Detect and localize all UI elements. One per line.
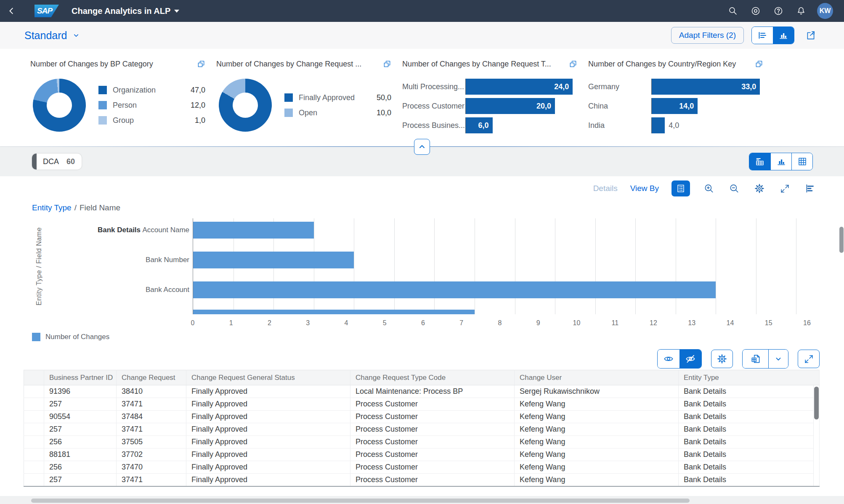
x-tick-label: 11	[611, 319, 618, 327]
row-selector-cell[interactable]	[24, 411, 44, 423]
chart-view-icon[interactable]	[770, 153, 791, 170]
bar-chart-view-icon[interactable]	[773, 27, 794, 44]
table-row[interactable]: 25737471Finally ApprovedProcess Customer…	[24, 398, 820, 411]
view-by-button[interactable]: View By	[630, 184, 659, 193]
copy-icon[interactable]	[755, 60, 763, 68]
x-tick-label: 14	[727, 319, 734, 327]
donut-chart[interactable]	[219, 79, 272, 132]
legend-item[interactable]: Group 1,0	[98, 116, 205, 125]
chart-scrollbar-thumb[interactable]	[839, 227, 844, 253]
dca-filter-chip[interactable]: DCA 60	[32, 154, 82, 170]
sap-logo[interactable]: SAP	[35, 5, 59, 17]
kpi-card-country[interactable]: Number of Changes by Country/Region Key …	[588, 60, 774, 142]
bar[interactable]	[652, 117, 665, 133]
chart-bar[interactable]	[193, 252, 354, 268]
copy-icon[interactable]	[569, 60, 577, 68]
zoom-in-icon[interactable]	[703, 182, 715, 195]
notifications-icon[interactable]	[792, 2, 810, 20]
kpi-card-cr-status[interactable]: Number of Changes by Change Request ... …	[216, 60, 402, 142]
adapt-filters-button[interactable]: Adapt Filters (2)	[671, 27, 744, 44]
copilot-icon[interactable]	[746, 2, 765, 20]
filter-list-view-icon[interactable]	[752, 27, 773, 44]
table-cell: Sergej Rukawischnikow	[515, 385, 679, 398]
column-header[interactable]: Change Request	[117, 370, 186, 385]
hide-details-icon[interactable]	[679, 350, 701, 368]
table-row[interactable]: 9139638410Finally ApprovedLocal Maintena…	[24, 385, 820, 398]
legend-item[interactable]: Open 10,0	[284, 109, 391, 117]
micro-bar-chart: Germany 33,0 China 14,0 Indi	[588, 79, 763, 137]
legend-toggle-icon[interactable]	[671, 180, 690, 196]
back-button[interactable]	[0, 6, 24, 16]
card-title: Number of Changes by Change Request ...	[216, 60, 380, 69]
export-dropdown-icon[interactable]	[769, 350, 788, 368]
copy-icon[interactable]	[197, 60, 205, 68]
legend-swatch	[32, 333, 40, 341]
help-icon[interactable]	[769, 2, 788, 20]
breadcrumb-link[interactable]: Entity Type	[32, 203, 72, 212]
legend-item[interactable]: Finally Approved 50,0	[284, 93, 391, 102]
avatar[interactable]: KW	[817, 3, 833, 19]
legend-item[interactable]: Person 12,0	[98, 101, 205, 110]
selector-column-header[interactable]	[24, 370, 44, 385]
legend-swatch	[98, 116, 107, 125]
column-header[interactable]: Change Request Type Code	[350, 370, 515, 385]
row-selector-cell[interactable]	[24, 474, 44, 486]
column-header[interactable]: Business Partner ID	[44, 370, 117, 385]
table-row[interactable]: 25637470Finally ApprovedProcess Customer…	[24, 461, 820, 474]
chip-color-tab	[32, 154, 37, 170]
table-row[interactable]: 25637505Finally ApprovedProcess Customer…	[24, 436, 820, 448]
copy-icon[interactable]	[383, 60, 391, 68]
filter-bar: Standard Adapt Filters (2)	[0, 22, 844, 49]
table-cell: Finally Approved	[186, 423, 350, 436]
chart-bar-partial[interactable]	[193, 310, 475, 314]
app-title-menu[interactable]: Change Analytics in ALP	[72, 6, 179, 16]
search-icon[interactable]	[724, 2, 742, 20]
table-row[interactable]: 9055437484Finally ApprovedProcess Custom…	[24, 411, 820, 423]
show-details-icon[interactable]	[658, 350, 679, 368]
table-settings-icon[interactable]	[711, 350, 733, 368]
bar[interactable]: 24,0	[466, 79, 573, 95]
row-selector-cell[interactable]	[24, 385, 44, 398]
export-excel-icon[interactable]	[743, 350, 769, 368]
bar[interactable]: 20,0	[466, 98, 555, 114]
table-cell: Finally Approved	[186, 385, 350, 398]
bar[interactable]: 14,0	[652, 98, 698, 114]
variant-selector[interactable]: Standard	[24, 29, 80, 42]
table-scrollbar-thumb[interactable]	[814, 387, 819, 419]
table-cell: 38410	[117, 385, 186, 398]
chart-toolbar: Details View By	[0, 176, 844, 201]
chart-bar[interactable]	[193, 222, 314, 239]
column-header[interactable]: Change Request General Status	[186, 370, 350, 385]
row-selector-cell[interactable]	[24, 448, 44, 461]
table-cell: Kefeng Wang	[515, 436, 679, 448]
details-button[interactable]: Details	[593, 184, 618, 193]
bar-row: India 4,0	[588, 117, 763, 133]
collapse-up-icon[interactable]	[414, 139, 430, 155]
kpi-card-cr-type[interactable]: Number of Changes by Change Request T...…	[402, 60, 588, 142]
kpi-card-bp-category[interactable]: Number of Changes by BP Category Organiz…	[30, 60, 216, 142]
table-row[interactable]: 25737471Finally ApprovedProcess Customer…	[24, 474, 820, 486]
bar[interactable]: 6,0	[466, 117, 493, 133]
table-row[interactable]: 25737471Finally ApprovedProcess Customer…	[24, 423, 820, 436]
share-icon[interactable]	[802, 27, 820, 44]
legend-item[interactable]: Organization 47,0	[98, 86, 205, 95]
horizontal-scrollbar-thumb[interactable]	[31, 499, 690, 503]
row-selector-cell[interactable]	[24, 423, 44, 436]
column-header[interactable]: Entity Type	[679, 370, 820, 385]
table-row[interactable]: 8818137702Finally ApprovedProcess Custom…	[24, 448, 820, 461]
bar[interactable]: 33,0	[652, 79, 760, 95]
fullscreen-icon[interactable]	[778, 182, 791, 195]
table-view-icon[interactable]	[791, 153, 812, 170]
donut-chart[interactable]	[33, 79, 86, 132]
row-selector-cell[interactable]	[24, 436, 44, 448]
chart-bar[interactable]	[193, 281, 716, 298]
table-fullscreen-icon[interactable]	[798, 350, 820, 368]
column-header[interactable]: Change User	[515, 370, 679, 385]
chart-table-view-icon[interactable]	[749, 153, 770, 170]
row-selector-cell[interactable]	[24, 461, 44, 474]
row-selector-cell[interactable]	[24, 398, 44, 411]
settings-icon[interactable]	[753, 182, 766, 195]
bar-category-label: India	[588, 121, 651, 130]
bar-chart-type-icon[interactable]	[804, 182, 816, 195]
zoom-out-icon[interactable]	[728, 182, 740, 195]
